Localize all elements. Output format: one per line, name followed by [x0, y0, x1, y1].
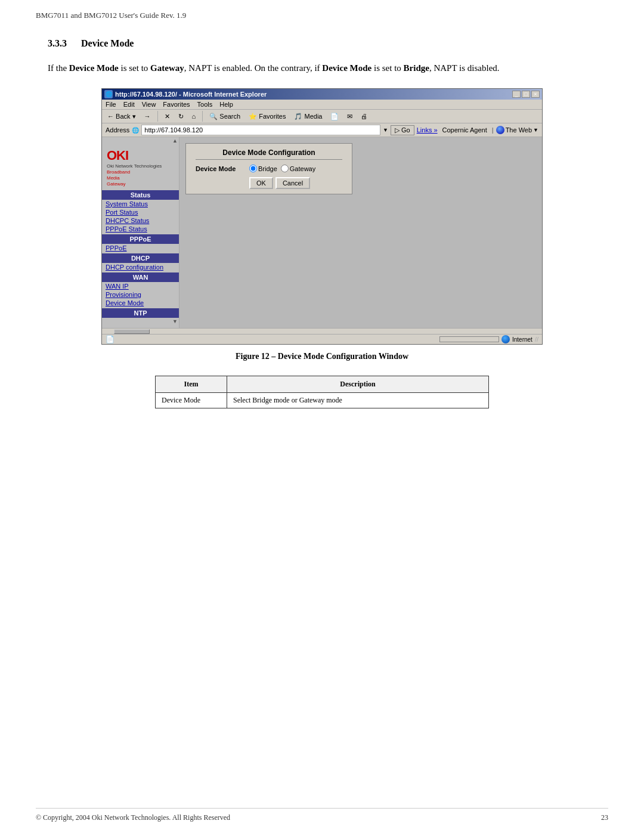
oki-product: BroadbandMediaGateway	[107, 169, 174, 188]
config-title: Device Mode Configuration	[196, 148, 342, 160]
copernic-label[interactable]: Copernic Agent	[442, 126, 487, 134]
menu-help[interactable]: Help	[219, 101, 233, 108]
browser-toolbar: ← Back ▾ → ✕ ↻ ⌂ 🔍 Search ⭐ Favorites 🎵 …	[102, 110, 542, 123]
radio-bridge-label: Bridge	[258, 165, 277, 172]
horizontal-scrollbar[interactable]	[102, 328, 542, 334]
header-text: BMG7011 and BMG7012 User's Guide Rev. 1.…	[36, 11, 186, 20]
dropdown-arrow[interactable]: ▼	[383, 127, 388, 133]
address-label: Address	[106, 126, 129, 134]
address-icon: 🌐	[132, 127, 139, 134]
sidebar-link-dhcp-config[interactable]: DHCP configuration	[102, 263, 179, 271]
print-button[interactable]: 🖨	[358, 112, 370, 121]
body-paragraph: If the Device Mode is set to Gateway, NA…	[48, 61, 596, 75]
sidebar-link-pppoe[interactable]: PPPoE	[102, 244, 179, 252]
sidebar-scroll-down[interactable]: ▼	[102, 318, 179, 325]
radio-gateway-option[interactable]: Gateway	[281, 165, 315, 172]
browser-icon: 🌐	[104, 90, 113, 98]
cancel-button[interactable]: Cancel	[275, 177, 310, 189]
address-input[interactable]	[141, 125, 380, 135]
page-footer: © Copyright, 2004 Oki Network Technologi…	[36, 808, 608, 822]
browser-title: http://67.104.98.120/ - Microsoft Intern…	[115, 91, 267, 98]
menu-file[interactable]: File	[106, 101, 116, 108]
scrollbar-thumb[interactable]	[114, 329, 150, 334]
sidebar-link-dhcpc-status[interactable]: DHCPC Status	[102, 216, 179, 225]
sidebar-link-port-status[interactable]: Port Status	[102, 208, 179, 216]
links-label[interactable]: Links »	[417, 126, 438, 134]
footer-copyright: © Copyright, 2004 Oki Network Technologi…	[36, 813, 230, 822]
config-buttons: OK Cancel	[249, 177, 342, 189]
data-table: Item Description Device Mode Select Brid…	[155, 376, 489, 408]
radio-bridge[interactable]	[249, 165, 257, 172]
radio-group: Bridge Gateway	[249, 165, 315, 172]
section-number: 3.3.3	[48, 38, 67, 48]
search-button[interactable]: 🔍 Search	[206, 112, 243, 122]
go-button[interactable]: ▷ Go	[391, 125, 414, 135]
maximize-button[interactable]: □	[522, 91, 530, 98]
radio-gateway[interactable]	[281, 165, 289, 172]
theweb-icon	[496, 126, 504, 134]
menu-favorites[interactable]: Favorites	[163, 101, 190, 108]
menu-view[interactable]: View	[142, 101, 156, 108]
sidebar-section-wan: WAN	[102, 272, 179, 282]
browser-main-area: Device Mode Configuration Device Mode Br…	[179, 137, 542, 328]
browser-sidebar: ▲ OKI Oki Network Technologies Broadband…	[102, 137, 179, 328]
forward-button[interactable]: →	[141, 112, 154, 121]
sidebar-link-system-status[interactable]: System Status	[102, 200, 179, 208]
oki-logo: OKI	[107, 148, 174, 163]
status-progress	[439, 336, 499, 342]
titlebar-left: 🌐 http://67.104.98.120/ - Microsoft Inte…	[104, 90, 267, 98]
history-button[interactable]: 📄	[327, 112, 342, 122]
theweb-dropdown[interactable]: ▼	[533, 127, 538, 133]
refresh-button[interactable]: ↻	[175, 112, 187, 122]
sidebar-link-wan-ip[interactable]: WAN IP	[102, 282, 179, 290]
favorites-button[interactable]: ⭐ Favorites	[246, 112, 289, 122]
menu-edit[interactable]: Edit	[123, 101, 135, 108]
sidebar-section-status: Status	[102, 190, 179, 200]
radio-gateway-label: Gateway	[290, 165, 315, 172]
theweb-label[interactable]: The Web	[506, 126, 532, 134]
mail-button[interactable]: ✉	[344, 112, 355, 122]
menu-tools[interactable]: Tools	[197, 101, 213, 108]
home-button[interactable]: ⌂	[189, 112, 199, 121]
close-button[interactable]: ×	[531, 91, 540, 98]
internet-icon	[501, 335, 510, 343]
section-title: Device Mode	[81, 38, 134, 48]
table-header-item: Item	[156, 376, 227, 393]
radio-bridge-option[interactable]: Bridge	[249, 165, 277, 172]
table-cell-item: Device Mode	[156, 393, 227, 408]
config-device-mode-label: Device Mode	[196, 165, 243, 172]
sidebar-section-pppoe: PPPoE	[102, 234, 179, 244]
section-heading: 3.3.3 Device Mode	[48, 38, 596, 49]
stop-button[interactable]: ✕	[162, 112, 173, 122]
browser-menubar: File Edit View Favorites Tools Help	[102, 100, 542, 110]
browser-titlebar: 🌐 http://67.104.98.120/ - Microsoft Inte…	[102, 89, 542, 100]
toolbar-sep3: |	[492, 126, 494, 134]
main-content: 3.3.3 Device Mode If the Device Mode is …	[0, 20, 644, 450]
page-header: BMG7011 and BMG7012 User's Guide Rev. 1.…	[0, 0, 644, 20]
sidebar-link-device-mode[interactable]: Device Mode	[102, 299, 179, 307]
theweb-area: The Web ▼	[496, 126, 538, 134]
minimize-button[interactable]: _	[512, 91, 521, 98]
sidebar-link-provisioning[interactable]: Provisioning	[102, 290, 179, 299]
config-device-mode-row: Device Mode Bridge Gateway	[196, 165, 342, 172]
config-box: Device Mode Configuration Device Mode Br…	[185, 143, 352, 194]
statusbar-zone: Internet	[512, 336, 532, 343]
sidebar-link-pppoe-status[interactable]: PPPoE Status	[102, 225, 179, 233]
sidebar-section-ntp: NTP	[102, 308, 179, 318]
sidebar-section-dhcp: DHCP	[102, 253, 179, 263]
toolbar-separator2	[202, 111, 203, 122]
table-header-description: Description	[227, 376, 489, 393]
statusbar-right: Internet //	[439, 335, 538, 343]
figure-caption: Figure 12 – Device Mode Configuration Wi…	[101, 352, 543, 361]
ok-button[interactable]: OK	[249, 177, 273, 189]
window-controls[interactable]: _ □ ×	[512, 91, 540, 98]
table-cell-description: Select Bridge mode or Gateway mode	[227, 393, 489, 408]
table-row: Device Mode Select Bridge mode or Gatewa…	[156, 393, 489, 408]
sidebar-scroll-up[interactable]: ▲	[102, 137, 179, 144]
back-button[interactable]: ← Back ▾	[104, 112, 139, 122]
media-button[interactable]: 🎵 Media	[291, 112, 325, 122]
browser-content: ▲ OKI Oki Network Technologies Broadband…	[102, 137, 542, 328]
footer-page-number: 23	[601, 813, 608, 822]
browser-statusbar: 📄 Internet //	[102, 334, 542, 344]
browser-window: 🌐 http://67.104.98.120/ - Microsoft Inte…	[101, 88, 543, 345]
